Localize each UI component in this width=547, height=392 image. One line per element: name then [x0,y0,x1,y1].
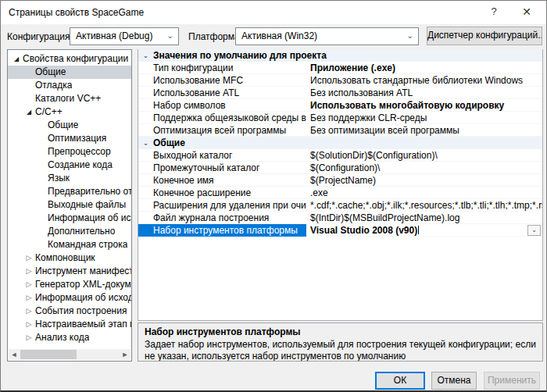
property-row[interactable]: Промежуточный каталог$(Configuration)\ [138,162,542,174]
tree-item[interactable]: Отладка [8,79,131,92]
tree-collapsed-icon[interactable]: ▷ [23,251,35,265]
apply-button[interactable]: Применить [484,372,540,390]
property-value[interactable]: Использовать многобайтовую кодировку [306,99,542,112]
tree-item[interactable]: Оптимизация [8,132,131,145]
property-value[interactable]: Visual Studio 2008 (v90) [306,224,542,237]
tree-item[interactable]: ▷Анализ кода [8,331,131,344]
tree-expanded-icon[interactable]: ◢ [23,105,35,119]
property-value[interactable]: Без использования ATL [306,87,542,99]
scroll-right-icon[interactable]: ► [120,349,130,360]
tree-collapsed-icon[interactable]: ▷ [23,278,35,291]
tree-indent [8,125,35,126]
property-value[interactable]: $(Configuration)\ [306,162,542,174]
tree-item[interactable]: Язык [8,172,131,185]
property-name[interactable]: Оптимизация всей программы [138,124,306,137]
tree-item[interactable]: ▷Информация об исходно [8,291,131,305]
property-row[interactable]: Набор инструментов платформыVisual Studi… [138,224,542,237]
property-name[interactable]: Расширения для удаления при очистке [138,199,306,212]
grid-group-header[interactable]: ⌄Значения по умолчанию для проекта [138,49,542,62]
configuration-select[interactable]: Активная (Debug) ⌄ [70,27,179,45]
property-name[interactable]: Использование MFC [138,74,306,87]
tree-expanded-icon[interactable]: ◢ [10,52,23,66]
close-icon[interactable]: ✕ [513,1,540,23]
tree-item[interactable]: Дополнительно [8,225,131,238]
property-name[interactable]: Набор символов [138,99,306,112]
text-cursor [418,226,419,234]
tree-indent [8,98,23,99]
property-row[interactable]: Файл журнала построения$(IntDir)$(MSBuil… [138,212,542,224]
tree-item[interactable]: ◢C/C++ [8,105,131,119]
tree-item[interactable]: Общие [8,66,131,79]
property-name[interactable]: Поддержка общеязыковой среды выполн [138,112,306,124]
property-row[interactable]: Использование MFCИспользовать стандартны… [138,74,542,87]
property-row[interactable]: Выходной каталог$(SolutionDir)$(Configur… [138,149,542,162]
tree-horizontal-scrollbar[interactable]: ◄ ► [9,349,130,360]
tree-item[interactable]: ▷Настраиваемый этап пос [8,318,131,331]
tree-collapsed-icon[interactable]: ▷ [23,318,35,331]
configuration-label: Конфигурация: [7,31,73,42]
group-expanded-icon[interactable]: ⌄ [138,49,153,62]
property-value[interactable]: .exe [306,187,542,199]
tree-item[interactable]: Командная строка [8,238,131,251]
property-name[interactable]: Использование ATL [138,87,306,99]
property-value[interactable]: $(IntDir)$(MSBuildProjectName).log [306,212,542,224]
help-icon[interactable]: ? [481,1,507,23]
group-expanded-icon[interactable]: ⌄ [138,137,153,149]
tree-item[interactable]: Создание кода [8,159,131,172]
tree-indent [8,244,35,245]
platform-select[interactable]: Активная (Win32) ⌄ [235,27,419,45]
scrollbar-thumb[interactable] [20,350,77,359]
cancel-button[interactable]: Отмена [431,372,477,390]
property-row[interactable]: Тип конфигурацииПриложение (.exe) [138,62,542,74]
property-row[interactable]: Набор символовИспользовать многобайтовую… [138,99,542,112]
property-value[interactable]: $(ProjectName) [306,174,542,187]
tree-collapsed-icon[interactable]: ▷ [23,305,35,318]
tree-indent [8,178,35,179]
property-name[interactable]: Тип конфигурации [138,62,306,74]
tree-item[interactable]: Предварительно отко [8,185,131,198]
tree-item[interactable]: ◢Свойства конфигурации [8,52,131,66]
tree-item[interactable]: ▷Генератор XML-документ [8,278,131,291]
tree-item[interactable]: Препроцессор [8,145,131,159]
tree-item[interactable]: ▷События построения [8,305,131,318]
tree-collapsed-icon[interactable]: ▷ [23,291,35,305]
property-name[interactable]: Набор инструментов платформы [138,224,306,237]
property-value[interactable]: $(SolutionDir)$(Configuration)\ [306,149,542,162]
chevron-down-icon: ⌄ [167,28,173,44]
tree-item-label: Инструмент манифеста [35,265,131,278]
configuration-manager-button[interactable]: Диспетчер конфигураций... [427,27,542,45]
tree-item-label: C/C++ [35,105,63,119]
tree-item[interactable]: Информация об исхо [8,212,131,225]
property-row[interactable]: Оптимизация всей программыБез оптимизаци… [138,124,542,137]
tree-item[interactable]: Общие [8,119,131,132]
property-value[interactable]: Без оптимизации всей программы [306,124,542,137]
property-value[interactable]: Использовать стандартные библиотеки Wind… [306,74,542,87]
ok-button[interactable]: ОК [375,372,425,390]
property-name[interactable]: Выходной каталог [138,149,306,162]
property-row[interactable]: Конечное расширение.exe [138,187,542,199]
tree-item[interactable]: ▷Компоновщик [8,251,131,265]
property-value[interactable]: *.cdf;*.cache;*.obj;*.ilk;*.resources;*.… [306,199,542,212]
property-grid: ⌄Значения по умолчанию для проектаТип ко… [138,49,543,321]
grid-group-header[interactable]: ⌄Общие [138,137,542,149]
property-value[interactable]: Без поддержки CLR-среды [306,112,542,124]
property-value[interactable]: Приложение (.exe) [306,62,542,74]
tree-item[interactable]: Каталоги VC++ [8,92,131,105]
property-row[interactable]: Расширения для удаления при очистке*.cdf… [138,199,542,212]
tree-collapsed-icon[interactable]: ▷ [23,331,35,344]
property-name[interactable]: Конечное имя [138,174,306,187]
tree-indent [8,271,23,272]
tree-item[interactable]: ▷Инструмент манифеста [8,265,131,278]
value-dropdown-icon[interactable]: ⌄ [527,225,541,236]
property-name[interactable]: Конечное расширение [138,187,306,199]
property-row[interactable]: Поддержка общеязыковой среды выполнБез п… [138,112,542,124]
tree-item[interactable]: Выходные файлы [8,198,131,212]
scroll-left-icon[interactable]: ◄ [9,349,20,360]
property-row[interactable]: Использование ATLБез использования ATL [138,87,542,99]
property-name[interactable]: Промежуточный каталог [138,162,306,174]
property-row[interactable]: Конечное имя$(ProjectName) [138,174,542,187]
tree-collapsed-icon[interactable]: ▷ [23,265,35,278]
tree-item-label: Генератор XML-документ [35,278,131,291]
property-name[interactable]: Файл журнала построения [138,212,306,224]
tree-item-label: Язык [48,172,70,185]
